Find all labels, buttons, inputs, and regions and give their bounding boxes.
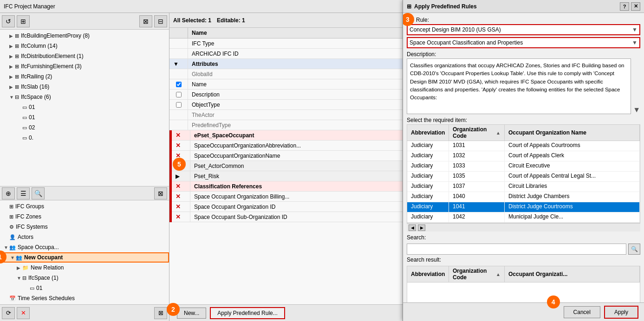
tree-item-ifcdistributionelement[interactable]: ▶ ⊞ IfcDistributionElement (1)	[0, 51, 169, 61]
apply-predefined-rules-dialog: ⊞ Apply Predefined Rules ? ✕ 3 Rule: Con…	[403, 13, 644, 321]
data-table-row[interactable]: Judiciary 1032 Court of Appeals Clerk	[407, 151, 640, 161]
tree-item-ifcspace[interactable]: ▼ ⊟ IfcSpace (6)	[0, 92, 169, 102]
description-expand-button[interactable]: ▼	[633, 106, 640, 114]
step-4-circle: 4	[547, 295, 560, 308]
tree-item-ifccolumn[interactable]: ▶ ⊞ IfcColumn (14)	[0, 41, 169, 51]
expand-button[interactable]: ⊠	[139, 15, 152, 27]
step-2-circle: 2	[167, 303, 180, 316]
chevron-down-icon: ▼	[632, 26, 637, 33]
bottom-actions: ⟳ ✕ ⊠	[0, 304, 169, 321]
main-content: ↺ ⊞ ⊠ ⊟ ▶ ⊞ IfcBuildingElementProxy (8) …	[0, 13, 644, 321]
data-table-row[interactable]: Judiciary 1031 Court of Appeals Courtroo…	[407, 141, 640, 151]
bottom-toolbar: ⊕ ☰ 🔍 ⊠	[0, 186, 169, 200]
bottom-add-button[interactable]: ⊕	[2, 187, 15, 199]
data-table-row[interactable]: Judiciary 1042 Municipal Judge Cle...	[407, 212, 640, 223]
abbr-column-header: Abbreviation	[407, 125, 449, 141]
description-label: Description:	[407, 51, 640, 58]
tree-item-space-02[interactable]: ▭ 02	[0, 122, 169, 133]
bottom-item-zones[interactable]: ⊞ IFC Zones	[0, 212, 169, 222]
search-results-table: Abbreviation Organization Code ▲ Occupan…	[407, 266, 640, 302]
org-name-column-header: Occupant Organization Name	[505, 125, 640, 141]
search-results-header: Abbreviation Organization Code ▲ Occupan…	[407, 266, 640, 282]
data-table-row[interactable]: Judiciary 1037 Circuit Libraries	[407, 182, 640, 192]
search-org-name-header: Occupant Organizati...	[505, 266, 640, 282]
table-nav-arrows: ◀ ▶	[407, 223, 640, 231]
collapse-button[interactable]: ⊟	[154, 15, 167, 27]
search-section: Search: 🔍 Search result: Abbreviation Or…	[407, 234, 640, 302]
tree-item-ifcbuildingelementproxy[interactable]: ▶ ⊞ IfcBuildingElementProxy (8)	[0, 31, 169, 41]
tree-item-ifcfurnishingelement[interactable]: ▶ ⊞ IfcFurnishingElement (3)	[0, 61, 169, 71]
bottom-item-new-occupant[interactable]: ▼ 👥 New Occupant	[0, 252, 169, 263]
bottom-search-button[interactable]: 🔍	[32, 187, 45, 199]
description-section: Description: Classifies organizations th…	[407, 51, 640, 114]
editable-label: Editable: 1	[217, 17, 245, 24]
col-check	[169, 28, 188, 38]
search-abbr-header: Abbreviation	[407, 266, 449, 282]
left-panel-toolbar: ↺ ⊞ ⊠ ⊟	[0, 13, 169, 30]
left-panel: ↺ ⊞ ⊠ ⊟ ▶ ⊞ IfcBuildingElementProxy (8) …	[0, 13, 169, 321]
org-code-column-header: Organization Code ▲	[449, 125, 505, 141]
search-button[interactable]: 🔍	[628, 244, 640, 255]
nav-left-button[interactable]: ◀	[409, 225, 416, 231]
new-button[interactable]: New...	[177, 308, 206, 319]
rule-section: 3 Rule: Concept Design BIM 2010 (US GSA)…	[407, 17, 640, 48]
bottom-item-actors[interactable]: 👤 Actors	[0, 232, 169, 242]
bottom-delete-button[interactable]: ✕	[17, 307, 30, 319]
sort-asc-icon: ▲	[496, 130, 501, 135]
bottom-item-timeseries[interactable]: 📅 Time Series Schedules	[0, 293, 169, 303]
data-table-header: Abbreviation Organization Code ▲ Occupan…	[407, 125, 640, 141]
occupant-data-table: Abbreviation Organization Code ▲ Occupan…	[407, 124, 640, 223]
bottom-list-button[interactable]: ☰	[17, 187, 30, 199]
step-5-circle: 5	[173, 158, 186, 171]
bottom-sync-button[interactable]: ⟳	[2, 307, 15, 319]
all-selected-label: All Selected: 1	[173, 17, 211, 24]
bottom-item-systems[interactable]: ⚙ IFC Systems	[0, 222, 169, 232]
bottom-item-spaceoccupants[interactable]: ▼ 👥 Space Occupa...	[0, 242, 169, 252]
nav-right-button[interactable]: ▶	[418, 225, 425, 231]
tree-item-space-0x[interactable]: ▭ 0.	[0, 133, 169, 143]
bottom-item-new-relation[interactable]: ▶ 📁 New Relation	[0, 263, 169, 273]
search-results-label: Search result:	[407, 257, 640, 263]
bottom-item-space-01[interactable]: ▭ 01	[0, 283, 169, 293]
search-sort-icon: ▲	[496, 272, 501, 277]
data-table-row-selected[interactable]: Judiciary 1041 District Judge Courtrooms	[407, 202, 640, 212]
search-input[interactable]	[407, 244, 626, 255]
apply-predefined-rule-button[interactable]: Apply Predefined Rule...	[210, 307, 285, 319]
bottom-tree: ⊞ IFC Groups ⊞ IFC Zones ⚙ IFC Systems	[0, 200, 169, 304]
tree-area: ▶ ⊞ IfcBuildingElementProxy (8) ▶ ⊞ IfcC…	[0, 30, 169, 186]
tree-item-space-01b[interactable]: ▭ 01	[0, 112, 169, 122]
filter-button[interactable]: ⊞	[17, 15, 30, 27]
search-label: Search:	[407, 234, 640, 241]
tree-item-ifcrailing[interactable]: ▶ ⊞ IfcRailing (2)	[0, 71, 169, 82]
select-required-label: Select the required item:	[407, 117, 640, 123]
rule-label: Rule:	[416, 17, 640, 23]
bottom-select-button[interactable]: ⊠	[154, 307, 167, 319]
data-table-row[interactable]: Judiciary 1040 District Judge Chambers	[407, 192, 640, 202]
search-org-code-header: Organization Code ▲	[449, 266, 505, 282]
description-text: Classifies organizations that occupy ARC…	[407, 58, 631, 114]
rule-select-2[interactable]: Space Occupant Classification and Proper…	[407, 37, 640, 48]
select-required-section: Select the required item: Abbreviation O…	[407, 117, 640, 231]
window-title: IFC Project Manager	[4, 3, 55, 10]
bottom-item-groups[interactable]: ⊞ IFC Groups	[0, 201, 169, 212]
chevron-down-icon: ▼	[632, 39, 637, 46]
tree-item-ifcslab[interactable]: ▶ ⊞ IfcSlab (16)	[0, 82, 169, 92]
refresh-button[interactable]: ↺	[2, 15, 15, 27]
data-table-body: Judiciary 1031 Court of Appeals Courtroo…	[407, 141, 640, 223]
search-row: 🔍	[407, 244, 640, 255]
dialog-footer: 4 Cancel Apply	[403, 302, 644, 321]
tree-item-space-01a[interactable]: ▭ 01	[0, 102, 169, 112]
left-panel-bottom: ⊕ ☰ 🔍 ⊠ ⊞ IFC Groups ⊞	[0, 186, 169, 321]
cancel-button[interactable]: Cancel	[564, 306, 600, 318]
data-table-row[interactable]: Judiciary 1033 Circuit Executive	[407, 161, 640, 172]
main-window: IFC Project Manager ↺ ⊞ ⊠ ⊟ ▶ ⊞ IfcBuild…	[0, 0, 644, 321]
apply-button[interactable]: Apply	[604, 306, 638, 319]
bottom-item-ifcspace-1[interactable]: ▼ ⊟ IfcSpace (1)	[0, 273, 169, 283]
rule-select-1[interactable]: Concept Design BIM 2010 (US GSA) ▼	[407, 24, 640, 35]
dialog-body: 3 Rule: Concept Design BIM 2010 (US GSA)…	[403, 13, 644, 302]
bottom-expand-button[interactable]: ⊠	[154, 187, 167, 199]
data-table-row[interactable]: Judiciary 1035 Court of Appeals Central …	[407, 172, 640, 182]
